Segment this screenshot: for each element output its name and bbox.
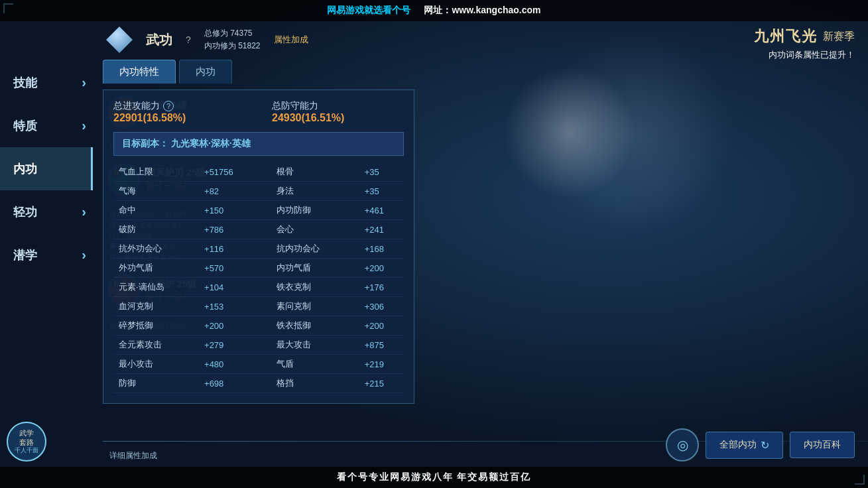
attr-right-value: +35: [351, 162, 404, 182]
attr-table-row: 元素·谪仙岛 +104 铁衣克制 +176: [113, 278, 404, 297]
bottom-banner-text: 看个号专业网易游戏八年 年交易额过百亿: [337, 471, 532, 483]
attr-panel: 总进攻能力 ? 22901(16.58%) 总防守能力 24930(16.51%…: [103, 90, 414, 404]
sidebar-item-tezhi[interactable]: 特质: [0, 104, 93, 147]
attr-right-value: +306: [351, 297, 404, 316]
help-icon-attack[interactable]: ?: [163, 101, 174, 111]
sidebar-item-qianxue[interactable]: 潜学: [0, 233, 93, 276]
attr-left-value: +279: [191, 336, 257, 355]
attr-left-value: +698: [191, 374, 257, 393]
attr-right-value: +200: [351, 259, 404, 278]
attr-left-label: 气血上限: [113, 162, 191, 182]
bottom-badge: 武学 套路 千人千面: [7, 422, 46, 461]
attr-right-label: 会心: [257, 220, 351, 239]
attr-left-value: +570: [191, 259, 257, 278]
attr-left-label: 破防: [113, 220, 191, 239]
wugong-title: 武功: [146, 31, 172, 49]
attr-left-label: 抗外功会心: [113, 239, 191, 259]
tab-neigong[interactable]: 内功: [179, 60, 232, 84]
all-neigong-label: 全部内功: [719, 439, 757, 451]
game-title: 九州飞光: [754, 27, 818, 46]
attr-right-label: 身法: [257, 182, 351, 201]
help-icon-wugong[interactable]: ?: [186, 34, 191, 45]
attr-left-value: +116: [191, 239, 257, 259]
sidebar-item-label: 轻功: [13, 204, 37, 220]
attr-table-row: 抗外功会心 +116 抗内功会心 +168: [113, 239, 404, 259]
attr-table-row: 破防 +786 会心 +241: [113, 220, 404, 239]
detail-footer: 详细属性加成: [109, 450, 157, 461]
attr-table-row: 最小攻击 +480 气盾 +219: [113, 355, 404, 374]
attr-right-value: +176: [351, 278, 404, 297]
attr-table-row: 命中 +150 内功防御 +461: [113, 201, 404, 220]
left-sidebar: 技能 特质 内功 轻功 潜学: [0, 21, 103, 467]
neigong-wiki-btn[interactable]: 内功百科: [790, 432, 855, 458]
attr-right-label: 抗内功会心: [257, 239, 351, 259]
inner-combat-stat: 内功修为 51822: [204, 40, 261, 52]
attr-right-label: 格挡: [257, 374, 351, 393]
new-season: 新赛季: [823, 30, 855, 44]
total-defense-label: 总防守能力: [272, 100, 404, 112]
total-defense-group: 总防守能力 24930(16.51%): [272, 100, 404, 124]
attr-left-value: +150: [191, 201, 257, 220]
attr-left-label: 命中: [113, 201, 191, 220]
attr-right-label: 铁衣克制: [257, 278, 351, 297]
attr-left-value: +786: [191, 220, 257, 239]
attr-panel-header: 总进攻能力 ? 22901(16.58%) 总防守能力 24930(16.51%…: [113, 100, 404, 124]
top-right-notification: 九州飞光 新赛季 内功词条属性已提升！: [754, 27, 855, 61]
attr-left-value: +104: [191, 278, 257, 297]
badge-circle[interactable]: 武学 套路 千人千面: [7, 422, 46, 461]
attr-bonus-label: 属性加成: [274, 34, 308, 46]
attr-right-value: +219: [351, 355, 404, 374]
attr-table-row: 气血上限 +51756 根骨 +35: [113, 162, 404, 182]
main-content: 内功特性 内功 🔒 破釜 25级 评分 +7191 攻击提高8%，受到伤害 🔒 …: [103, 60, 868, 467]
badge-line2: 套路: [15, 438, 38, 447]
sidebar-item-neigong[interactable]: 内功: [0, 147, 93, 190]
sidebar-item-label: 潜学: [13, 247, 37, 263]
attr-right-value: +461: [351, 201, 404, 220]
attr-left-label: 血河克制: [113, 297, 191, 316]
circle-action-btn[interactable]: ◎: [666, 428, 699, 461]
attr-table-row: 全元素攻击 +279 最大攻击 +875: [113, 336, 404, 355]
attr-table-row: 血河克制 +153 素问克制 +306: [113, 297, 404, 316]
attr-right-label: 气盾: [257, 355, 351, 374]
sidebar-item-jinneng[interactable]: 技能: [0, 61, 93, 104]
total-defense-value: 24930(16.51%): [272, 112, 404, 124]
top-banner: 网易游戏就选看个号 网址：www.kangchao.com: [0, 0, 868, 21]
attr-right-value: +875: [351, 336, 404, 355]
attr-right-label: 内功气盾: [257, 259, 351, 278]
attr-left-value: +480: [191, 355, 257, 374]
badge-line1: 武学: [15, 428, 38, 438]
attr-right-value: +35: [351, 182, 404, 201]
tab-bar: 内功特性 内功: [103, 60, 868, 84]
attr-left-label: 外功气盾: [113, 259, 191, 278]
badge-line3: 千人千面: [15, 447, 38, 455]
attr-left-label: 元素·谪仙岛: [113, 278, 191, 297]
target-dungeon: 目标副本： 九光寒林·深林·英雄: [113, 132, 404, 156]
attr-right-label: 最大攻击: [257, 336, 351, 355]
attr-left-label: 防御: [113, 374, 191, 393]
all-neigong-btn[interactable]: 全部内功 ↻: [706, 432, 783, 459]
attr-left-value: +153: [191, 297, 257, 316]
target-dungeon-value: 九光寒林·深林·英雄: [171, 138, 251, 149]
attr-left-value: +51756: [191, 162, 257, 182]
top-banner-left: 网易游戏就选看个号: [327, 5, 410, 17]
sidebar-item-qinggong[interactable]: 轻功: [0, 190, 93, 233]
total-attack-value: 22901(16.58%): [113, 112, 245, 124]
notif-text: 内功词条属性已提升！: [754, 49, 855, 61]
attr-table-row: 碎梦抵御 +200 铁衣抵御 +200: [113, 316, 404, 336]
attr-table: 气血上限 +51756 根骨 +35 气海 +82 身法 +35 命中 +150…: [113, 162, 404, 393]
sidebar-item-label: 技能: [13, 75, 37, 91]
attr-table-row: 防御 +698 格挡 +215: [113, 374, 404, 393]
attr-right-value: +241: [351, 220, 404, 239]
top-stats: 武功 ? 总修为 74375 内功修为 51822 属性加成: [106, 21, 308, 58]
attr-table-row: 外功气盾 +570 内功气盾 +200: [113, 259, 404, 278]
attr-right-value: +168: [351, 239, 404, 259]
attr-left-label: 全元素攻击: [113, 336, 191, 355]
neigong-wiki-label: 内功百科: [804, 439, 841, 451]
tab-neigong-tezhi[interactable]: 内功特性: [103, 60, 176, 84]
attr-left-value: +82: [191, 182, 257, 201]
attr-left-label: 气海: [113, 182, 191, 201]
bottom-banner: 看个号专业网易游戏八年 年交易额过百亿: [0, 467, 868, 488]
total-attack-label: 总进攻能力 ?: [113, 100, 245, 112]
attr-right-value: +200: [351, 316, 404, 336]
attr-right-value: +215: [351, 374, 404, 393]
